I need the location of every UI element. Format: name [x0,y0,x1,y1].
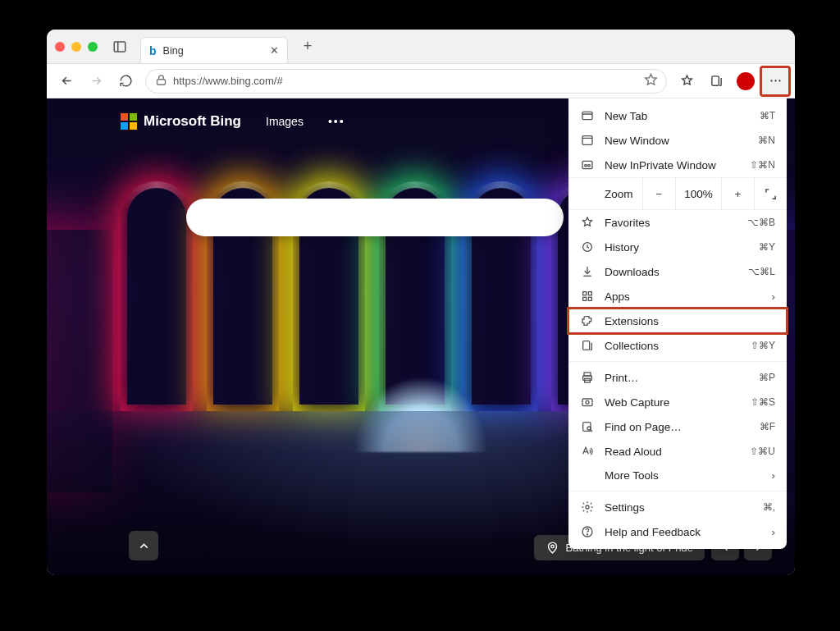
zoom-out-button[interactable]: − [642,178,675,209]
svg-point-13 [585,164,587,167]
menu-separator [568,361,787,362]
print-icon [580,371,595,384]
bing-brand[interactable]: Microsoft Bing [121,113,241,130]
svg-rect-18 [583,297,587,300]
menu-find[interactable]: Find on Page… ⌘F [568,414,787,439]
back-button[interactable] [53,68,80,94]
chevron-right-icon: › [772,526,776,538]
favorite-star-icon[interactable] [644,73,658,89]
chevron-right-icon: › [772,290,776,303]
fullscreen-button[interactable] [754,178,787,209]
menu-history[interactable]: History ⌘Y [568,235,787,259]
menu-read-aloud[interactable]: Read Aloud ⇧⌘U [568,439,787,464]
profile-button[interactable] [733,68,759,94]
browser-window: b Bing ✕ + https://www.bing.com/# [47,30,795,575]
collections-icon [580,339,595,352]
menu-new-inprivate[interactable]: New InPrivate Window ⇧⌘N [568,153,787,177]
svg-rect-24 [582,399,592,406]
svg-rect-12 [582,161,592,168]
svg-point-28 [586,505,589,509]
profile-avatar [737,72,755,90]
svg-point-25 [586,400,589,404]
refresh-button[interactable] [112,68,139,94]
lock-icon [154,73,168,89]
bing-favicon: b [149,44,157,57]
menu-apps[interactable]: Apps › [568,284,787,309]
collections-button[interactable] [703,68,729,94]
svg-rect-8 [582,112,592,119]
zoom-label: Zoom [568,188,642,200]
svg-rect-10 [582,136,592,145]
menu-separator [568,491,787,492]
tab-title: Bing [163,45,263,57]
menu-more-tools[interactable]: More Tools › [568,464,787,487]
microsoft-logo-icon [121,113,137,130]
svg-point-30 [587,534,587,535]
svg-point-14 [588,164,591,167]
nav-images-link[interactable]: Images [266,115,304,128]
svg-rect-0 [114,42,126,52]
extensions-icon [580,314,595,327]
zoom-in-button[interactable]: + [721,178,754,209]
location-icon [546,541,559,555]
inprivate-icon [580,158,595,171]
toolbar: https://www.bing.com/# [47,64,795,98]
svg-rect-17 [588,292,591,295]
menu-new-window[interactable]: New Window ⌘N [568,128,787,153]
window-icon [580,134,595,147]
new-tab-icon [580,109,595,122]
svg-rect-2 [158,79,166,84]
menu-extensions[interactable]: Extensions [568,309,787,333]
menu-help[interactable]: Help and Feedback › [568,519,787,544]
search-input[interactable] [186,199,564,236]
gear-icon [580,501,595,514]
browser-tab[interactable]: b Bing ✕ [140,37,288,63]
read-aloud-icon [580,445,595,458]
window-controls [55,42,98,52]
menu-settings[interactable]: Settings ⌘, [568,495,787,519]
new-tab-button[interactable]: + [296,35,319,58]
brand-text: Microsoft Bing [144,113,241,130]
svg-rect-16 [583,292,587,295]
chevron-right-icon: › [772,469,776,482]
maximize-window-button[interactable] [88,42,98,52]
titlebar: b Bing ✕ + [47,30,795,64]
svg-point-4 [770,80,772,81]
help-icon [580,525,595,538]
zoom-value: 100% [675,178,721,209]
svg-point-5 [774,80,776,81]
menu-print[interactable]: Print… ⌘P [568,365,787,390]
forward-button[interactable] [83,68,109,94]
nav-more-icon[interactable]: ••• [328,115,345,128]
svg-rect-19 [588,297,591,300]
apps-icon [580,290,595,303]
more-options-menu: New Tab ⌘T New Window ⌘N New InPrivate W… [568,98,787,549]
address-bar[interactable]: https://www.bing.com/# [145,69,667,94]
menu-collections[interactable]: Collections ⇧⌘Y [568,333,787,358]
menu-zoom-row: Zoom − 100% + [568,177,787,210]
svg-point-27 [587,427,591,430]
menu-new-tab[interactable]: New Tab ⌘T [568,103,787,128]
sidebar-icon[interactable] [112,39,127,54]
favorites-button[interactable] [673,68,700,94]
capture-icon [580,396,595,409]
menu-favorites[interactable]: Favorites ⌥⌘B [568,210,787,235]
page-content: Microsoft Bing Images ••• Bathing in the… [47,98,795,575]
url-text: https://www.bing.com/# [173,75,639,87]
close-window-button[interactable] [55,42,65,52]
close-tab-button[interactable]: ✕ [270,44,279,57]
svg-point-7 [550,545,554,548]
svg-rect-20 [583,341,590,350]
menu-downloads[interactable]: Downloads ⌥⌘L [568,259,787,284]
svg-point-6 [778,80,780,81]
download-icon [580,265,595,278]
scroll-up-button[interactable] [129,531,158,560]
svg-rect-3 [711,76,719,85]
menu-web-capture[interactable]: Web Capture ⇧⌘S [568,390,787,414]
star-icon [580,216,595,229]
more-options-button[interactable] [762,68,788,94]
history-icon [580,240,595,254]
find-icon [580,420,595,433]
minimize-window-button[interactable] [71,42,81,52]
